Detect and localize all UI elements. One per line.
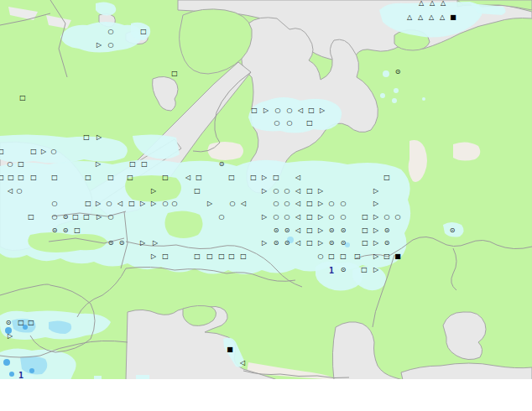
weather-map[interactable]: △△△△△△△■○□▷○□⊙□□▷○○◁□▷○○□□▷□□▷○○□▷□□⊙□□□…	[0, 0, 532, 411]
map-geography	[0, 0, 532, 411]
legend-band: Precipitation[mm]GFS 0.25 0.10.512510152…	[0, 379, 532, 411]
